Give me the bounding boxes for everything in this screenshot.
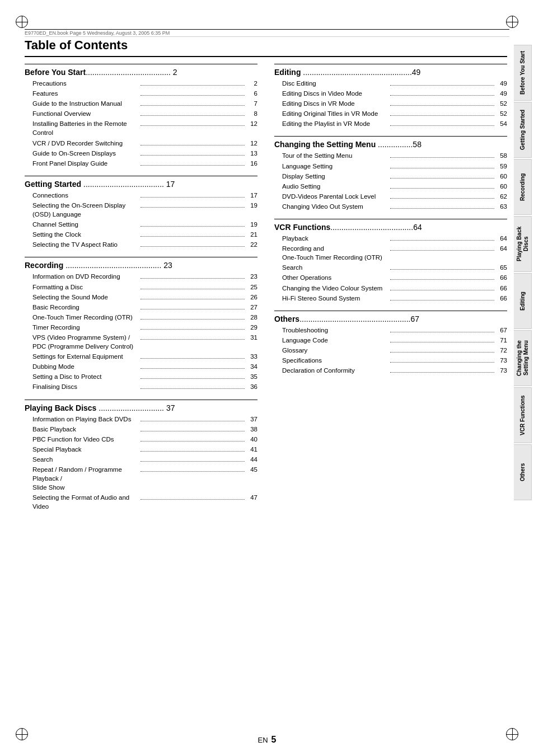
section-vcr: VCR Functions...........................… xyxy=(274,219,507,303)
sidebar-tabs: Before You Start Getting Started Recordi… xyxy=(514,45,534,500)
section-title-before-you-start: Before You Start........................… xyxy=(25,68,257,77)
toc-entry: Audio Setting 60 xyxy=(274,182,507,191)
toc-entry: Selecting the Sound Mode 26 xyxy=(25,293,257,302)
toc-entry: VCR / DVD Recorder Switching 12 xyxy=(25,139,257,148)
toc-entry: Tour of the Setting Menu 58 xyxy=(274,151,507,160)
header-bar: E9770ED_EN.book Page 5 Wednesday, August… xyxy=(25,29,509,37)
section-others: Others..................................… xyxy=(274,311,507,375)
section-title-getting-started: Getting Started ........................… xyxy=(25,180,257,189)
section-setting-menu: Changing the Setting Menu ..............… xyxy=(274,136,507,211)
section-getting-started: Getting Started ........................… xyxy=(25,176,257,250)
toc-entry: Setting a Disc to Protect 35 xyxy=(25,372,257,381)
toc-entry: Recording andOne-Touch Timer Recording (… xyxy=(274,244,507,262)
toc-entry: Editing Discs in VR Mode 52 xyxy=(274,99,507,108)
sidebar-tab-vcr[interactable]: VCR Functions xyxy=(514,387,532,443)
toc-entry: Features 6 xyxy=(25,89,257,98)
toc-entry: Information on Playing Back DVDs 37 xyxy=(25,415,257,424)
toc-entry: Specifications 73 xyxy=(274,356,507,365)
toc-entry: Connections 17 xyxy=(25,191,257,200)
toc-entry: Selecting the On-Screen Display(OSD) Lan… xyxy=(25,201,257,219)
toc-columns: Before You Start........................… xyxy=(25,64,507,519)
toc-entry: Formatting a Disc 25 xyxy=(25,283,257,292)
toc-entry: Information on DVD Recording 23 xyxy=(25,272,257,281)
right-column: Editing ................................… xyxy=(274,64,507,519)
toc-entry: Precautions 2 xyxy=(25,79,257,88)
section-title-recording: Recording ..............................… xyxy=(25,261,257,270)
section-recording: Recording ..............................… xyxy=(25,257,257,391)
bottom-bar: EN 5 xyxy=(25,735,509,745)
page-number: 5 xyxy=(271,735,277,745)
toc-entry: Repeat / Random / Programme Playback /Sl… xyxy=(25,465,257,492)
toc-entry: Functional Overview 8 xyxy=(25,109,257,118)
toc-entry: Settings for External Equipment 33 xyxy=(25,352,257,361)
toc-entry: Special Playback 41 xyxy=(25,445,257,454)
toc-entry: Changing Video Out System 63 xyxy=(274,202,507,211)
sidebar-tab-others[interactable]: Others xyxy=(514,444,532,500)
toc-entry: Search 65 xyxy=(274,263,507,272)
section-title-others: Others..................................… xyxy=(274,314,507,323)
toc-entry: Glossary 72 xyxy=(274,346,507,355)
toc-entry: Disc Editing 49 xyxy=(274,79,507,88)
corner-crosshair-tr xyxy=(506,16,518,28)
toc-entry: Front Panel Display Guide 16 xyxy=(25,159,257,168)
section-before-you-start: Before You Start........................… xyxy=(25,64,257,168)
sidebar-tab-getting-started[interactable]: Getting Started xyxy=(514,102,532,158)
section-editing: Editing ................................… xyxy=(274,64,507,128)
sidebar-tab-playing-back[interactable]: Playing Back Discs xyxy=(514,216,532,272)
sidebar-tab-before-you-start[interactable]: Before You Start xyxy=(514,45,532,101)
toc-entry: Language Setting 59 xyxy=(274,162,507,171)
toc-entry: Timer Recording 29 xyxy=(25,323,257,332)
page-title: Table of Contents xyxy=(25,38,507,57)
page-label: EN xyxy=(258,736,268,744)
toc-entry: Guide to On-Screen Displays 13 xyxy=(25,149,257,158)
toc-entry: Basic Recording 27 xyxy=(25,303,257,312)
toc-entry: Language Code 71 xyxy=(274,336,507,345)
toc-entry: Selecting the TV Aspect Ratio 22 xyxy=(25,240,257,249)
toc-entry: Setting the Clock 21 xyxy=(25,230,257,239)
toc-entry: Declaration of Conformity 73 xyxy=(274,366,507,375)
toc-entry: Troubleshooting 67 xyxy=(274,326,507,335)
toc-entry: Channel Setting 19 xyxy=(25,220,257,229)
toc-entry: Hi-Fi Stereo Sound System 66 xyxy=(274,294,507,303)
toc-entry: PBC Function for Video CDs 40 xyxy=(25,435,257,444)
toc-entry: Editing Original Titles in VR Mode 52 xyxy=(274,109,507,118)
toc-entry: Editing Discs in Video Mode 49 xyxy=(274,89,507,98)
section-title-vcr: VCR Functions...........................… xyxy=(274,223,507,232)
section-title-playing-back: Playing Back Discs .....................… xyxy=(25,403,257,412)
toc-entry: Changing the Video Colour System 66 xyxy=(274,284,507,293)
toc-entry: Display Setting 60 xyxy=(274,172,507,181)
left-column: Before You Start........................… xyxy=(25,64,257,519)
section-title-editing: Editing ................................… xyxy=(274,68,507,77)
toc-entry: VPS (Video Programme System) /PDC (Progr… xyxy=(25,333,257,351)
toc-entry: Guide to the Instruction Manual 7 xyxy=(25,99,257,108)
main-content: Table of Contents Before You Start......… xyxy=(25,38,507,722)
section-title-setting-menu: Changing the Setting Menu ..............… xyxy=(274,140,507,149)
toc-entry: Finalising Discs 36 xyxy=(25,382,257,391)
section-playing-back: Playing Back Discs .....................… xyxy=(25,400,257,511)
sidebar-tab-editing[interactable]: Editing xyxy=(514,273,532,329)
toc-entry: Basic Playback 38 xyxy=(25,425,257,434)
toc-entry: DVD-Videos Parental Lock Level 62 xyxy=(274,192,507,201)
toc-entry: One-Touch Timer Recording (OTR) 28 xyxy=(25,313,257,322)
corner-crosshair-tl xyxy=(16,16,28,28)
toc-entry: Other Operations 66 xyxy=(274,273,507,282)
toc-entry: Dubbing Mode 34 xyxy=(25,362,257,371)
toc-entry: Search 44 xyxy=(25,455,257,464)
sidebar-tab-setting-menu[interactable]: Changing the Setting Menu xyxy=(514,330,532,386)
sidebar-tab-recording[interactable]: Recording xyxy=(514,159,532,215)
toc-entry: Installing Batteries in the Remote Contr… xyxy=(25,119,257,137)
toc-entry: Editing the Playlist in VR Mode 54 xyxy=(274,119,507,128)
header-text: E9770ED_EN.book Page 5 Wednesday, August… xyxy=(25,30,170,36)
toc-entry: Playback 64 xyxy=(274,234,507,243)
toc-entry: Selecting the Format of Audio and Video … xyxy=(25,493,257,511)
